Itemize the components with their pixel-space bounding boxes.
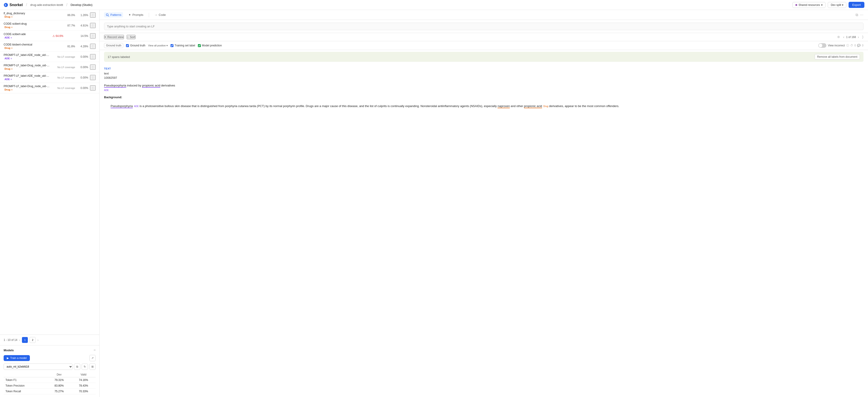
- view-all-positive-label: View all positive: [148, 44, 166, 47]
- lf-more-button[interactable]: ⋮: [90, 54, 96, 59]
- lf-coverage: 81.8%: [53, 45, 75, 48]
- tab-patterns[interactable]: Patterns: [104, 12, 123, 18]
- metric-row: Token Precision83.80%78.43%: [4, 383, 96, 389]
- ground-truth-checkbox-label[interactable]: Ground truth: [126, 44, 145, 47]
- lf-more-button[interactable]: ⋮: [90, 44, 96, 49]
- lf-emp: 0.00%: [77, 55, 88, 58]
- models-body: ▶ Train a model ↗ auto_ml_b2ebfd18 ⧉ ↻ ⊞: [0, 355, 99, 397]
- lf-name: PROMPT-LF_label-ADE_node_uid-68_p: [4, 53, 51, 57]
- export-button[interactable]: Export: [848, 2, 864, 8]
- lf-list-item[interactable]: CODE-biobert-chemicalDrug ≡81.8%4.28%⋮: [0, 41, 99, 52]
- tab-prompts[interactable]: ✦ Prompts: [127, 12, 145, 18]
- ade-inline-label: ADE: [104, 88, 864, 92]
- info-icon: ⓘ: [846, 44, 849, 48]
- view-all-positive-button[interactable]: View all positive ▾: [148, 44, 168, 47]
- remove-labels-button[interactable]: Remove all labels from document: [815, 54, 860, 59]
- train-model-button[interactable]: ▶ Train a model: [4, 355, 30, 361]
- models-collapse-button[interactable]: −: [94, 348, 96, 352]
- page-1-button[interactable]: 1: [22, 337, 28, 343]
- training-set-label-checkbox-label[interactable]: Training set label: [170, 44, 195, 47]
- more-options-button[interactable]: ⋯: [860, 13, 864, 17]
- metric-cell: Token Recall: [4, 389, 47, 394]
- lf-name: PROMPT-LF_label-Drug_node_uid-68_r: [4, 85, 51, 88]
- view-incorrect-row: View incorrect ⓘ ⏱ 0 💬 0: [818, 43, 864, 48]
- doc-section-title[interactable]: TEXT: [104, 67, 864, 70]
- refresh-model-button[interactable]: ↻: [82, 364, 88, 370]
- filter-button[interactable]: ⧉: [856, 13, 858, 17]
- project-breadcrumb[interactable]: drug-ade-extraction-testtt: [30, 3, 63, 6]
- prev-record-button[interactable]: ‹: [842, 35, 845, 39]
- lf-coverage: No LF coverage: [53, 87, 75, 89]
- grid-model-button[interactable]: ⊞: [89, 364, 96, 370]
- chevron-down-icon: ▾: [821, 3, 823, 6]
- models-title: Models: [4, 348, 14, 352]
- lf-coverage: No LF coverage: [53, 55, 75, 58]
- pagination-info: 1 - 10 of 14: [4, 338, 18, 342]
- view-incorrect-label: View incorrect: [828, 44, 845, 47]
- collapse-right-button[interactable]: ⟩: [862, 35, 864, 39]
- search-input[interactable]: [104, 23, 864, 30]
- lf-name: CODE-scibert-drug: [4, 22, 51, 25]
- next-record-button[interactable]: ›: [857, 35, 860, 39]
- metric-cell: 70.33%: [71, 389, 96, 394]
- lf-list-item[interactable]: CODE-scibert-drugDrug ≡87.7%4.91%⋮: [0, 20, 99, 31]
- view-incorrect-toggle[interactable]: [818, 43, 827, 48]
- left-panel: lf_drug_dictionaryDrug ≡86.0%1.26%⋮CODE-…: [0, 10, 99, 397]
- toolbar-right: ⧉ ⋯: [856, 13, 864, 17]
- comment-icon: 💬: [857, 44, 861, 47]
- lf-list-item[interactable]: PROMPT-LF_label-ADE_node_uid-68_pADE ≡No…: [0, 73, 99, 83]
- lf-more-button[interactable]: ⋮: [90, 75, 96, 80]
- copy-model-button[interactable]: ⧉: [74, 364, 80, 370]
- shared-resources-dot-icon: [796, 4, 797, 6]
- annotated-naproxen-span: naproxen: [498, 104, 510, 108]
- dev-split-button[interactable]: Dev split ▾: [828, 2, 846, 8]
- metric-cell: 83.80%: [47, 383, 71, 389]
- model-prediction-checkbox-label[interactable]: Model prediction: [198, 44, 222, 47]
- dev-col-header: Dev: [47, 372, 71, 377]
- lf-name: PROMPT-LF_label-Drug_node_uid-68_r: [4, 64, 51, 67]
- ground-truth-checkbox[interactable]: [126, 44, 129, 47]
- settings-button[interactable]: ⚙: [837, 35, 840, 39]
- hide-button[interactable]: Ground truth: [104, 43, 123, 48]
- lf-list-item[interactable]: PROMPT-LF_label-ADE_node_uid-68_pADE ≡No…: [0, 52, 99, 62]
- lf-list-item[interactable]: PROMPT-LF_label-Drug_node_uid-68_rDrug ≡…: [0, 62, 99, 73]
- lf-tag: Drug ≡: [4, 88, 13, 91]
- sort-icon: ↕: [127, 35, 129, 39]
- lf-coverage: 86.0%: [53, 13, 75, 17]
- metric-row: Token Recall75.27%70.33%: [4, 389, 96, 394]
- lf-more-button[interactable]: ⋮: [90, 33, 96, 38]
- labeled-banner: 17 spans labeled Remove all labels from …: [104, 52, 864, 62]
- prev-page-button[interactable]: ‹: [19, 338, 20, 342]
- lf-list-item[interactable]: CODE-scibert-adeADE ≡⚠ 64.6%14.5%⋮: [0, 31, 99, 41]
- doc-content: TEXT text 10082597 Pseudoporphyria induc…: [99, 64, 868, 397]
- lf-emp: 0.00%: [77, 86, 88, 90]
- lf-more-button[interactable]: ⋮: [90, 64, 96, 70]
- model-prediction-checkbox[interactable]: [198, 44, 201, 47]
- training-set-label-checkbox[interactable]: [170, 44, 174, 47]
- valid-col-header: Valid: [71, 372, 96, 377]
- lf-list-item[interactable]: lf_drug_dictionaryDrug ≡86.0%1.26%⋮: [0, 10, 99, 20]
- page-title: Develop (Studio): [70, 3, 93, 6]
- dropdown-chevron-icon: ▾: [166, 44, 168, 47]
- lf-list-item[interactable]: PROMPT-LF_label-Drug_node_uid-68_rDrug ≡…: [0, 83, 99, 93]
- sort-button[interactable]: ↕ Sort: [127, 35, 135, 39]
- model-select-row: auto_ml_b2ebfd18 ⧉ ↻ ⊞: [4, 364, 96, 370]
- record-view-label: Record view: [107, 35, 124, 39]
- metric-cell: 75.27%: [47, 389, 71, 394]
- metric-col-header: [4, 372, 47, 377]
- page-2-button[interactable]: 2: [30, 337, 35, 343]
- model-select[interactable]: auto_ml_b2ebfd18: [4, 364, 72, 370]
- lf-name: CODE-scibert-ade: [4, 33, 51, 36]
- lf-tag: ADE ≡: [4, 57, 13, 60]
- lf-more-button[interactable]: ⋮: [90, 85, 96, 90]
- record-view-button[interactable]: ≡ Record view: [104, 35, 124, 39]
- shared-resources-label: Shared resources: [799, 3, 820, 6]
- lf-more-button[interactable]: ⋮: [90, 23, 96, 28]
- labeled-count: 17 spans labeled: [107, 55, 130, 59]
- lf-more-button[interactable]: ⋮: [90, 12, 96, 18]
- external-link-button[interactable]: ↗: [89, 355, 96, 361]
- next-page-button[interactable]: ›: [37, 338, 38, 342]
- tab-code[interactable]: → Code: [153, 12, 167, 18]
- shared-resources-button[interactable]: Shared resources ▾: [793, 2, 826, 8]
- checkboxes-row: Ground truth Ground truth View all posit…: [99, 41, 868, 50]
